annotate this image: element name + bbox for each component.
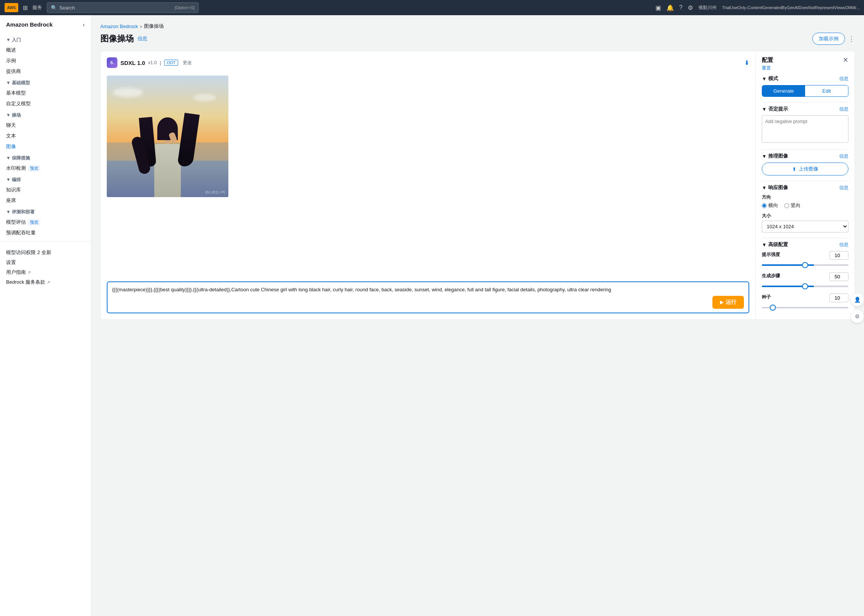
settings-icon[interactable]: ⚙ [688, 4, 693, 11]
generation-steps-label: 生成步骤 [762, 273, 780, 279]
sidebar-item-chat[interactable]: 聊天 [0, 120, 91, 131]
run-button[interactable]: ▶ 运行 [712, 296, 744, 309]
prompt-area: {{{(masterpiece)}}},{{{(best quality)}}}… [107, 281, 749, 313]
sidebar-title: Amazon Bedrock ‹ [0, 21, 91, 34]
size-select[interactable]: 1024 x 1024 [762, 221, 848, 232]
edit-mode-button[interactable]: Edit [805, 85, 848, 96]
vertical-radio-label[interactable]: 竖向 [784, 202, 801, 209]
negative-prompt-input[interactable] [762, 115, 848, 143]
sidebar-item-examples[interactable]: 示例 [0, 55, 91, 66]
sidebar-item-agents[interactable]: 座席 [0, 195, 91, 206]
sidebar-section-gettingstarted: ▼ 入门 [0, 34, 91, 45]
sidebar-item-model-eval[interactable]: 模型评估 预览 [0, 217, 91, 227]
sidebar-item-image[interactable]: 图像 [0, 141, 91, 152]
download-icon[interactable]: ⬇ [744, 59, 749, 66]
sidebar-item-knowledge[interactable]: 知识库 [0, 185, 91, 195]
floating-buttons: 👤 ⚙ [850, 293, 864, 323]
sidebar-section-orchestration: ▼ 编排 [0, 174, 91, 185]
account-info: TrialUseOnly-ContentGeneratedByGenAIDoes… [722, 5, 859, 10]
sidebar-item-overview[interactable]: 概述 [0, 45, 91, 55]
horizontal-radio[interactable] [762, 203, 767, 208]
divider1 [762, 102, 848, 103]
search-bar[interactable]: 🔍 Search [Option+S] [47, 2, 199, 13]
sidebar-item-providers[interactable]: 提供商 [0, 66, 91, 77]
float-user-button[interactable]: 👤 [850, 293, 864, 306]
page-info-link[interactable]: 信息 [138, 35, 147, 42]
vertical-radio[interactable] [784, 203, 789, 208]
sidebar-section-guardrails: ▼ 保障措施 [0, 152, 91, 163]
model-version: v1.0 [148, 60, 157, 65]
sidebar-settings[interactable]: 设置 [6, 257, 85, 267]
advanced-info-link[interactable]: 信息 [839, 242, 848, 248]
divider2 [762, 149, 848, 150]
breadcrumb-current: 图像操场 [144, 23, 164, 30]
mode-chevron: ▼ [762, 76, 767, 82]
grid-icon[interactable]: ⊞ [23, 4, 28, 11]
config-section-mode: ▼ 模式 信息 Generate Edit [762, 75, 848, 97]
sidebar-item-text[interactable]: 文本 [0, 131, 91, 141]
sidebar-item-custommodel[interactable]: 自定义模型 [0, 98, 91, 109]
page-actions: 加载示例 ⋮ [812, 33, 855, 45]
seed-row: 种子 [762, 294, 848, 310]
generation-steps-value[interactable] [829, 272, 848, 281]
float-settings-button[interactable]: ⚙ [850, 310, 864, 323]
prompt-strength-slider[interactable] [762, 264, 848, 266]
external-link-icon: ↗ [27, 270, 31, 275]
mode-info-link[interactable]: 信息 [839, 76, 848, 82]
reference-section-header[interactable]: ▼ 推理图像 信息 [762, 153, 848, 160]
model-header: S. SDXL 1.0 v1.0 | ODT 更改 ⬇ [107, 57, 749, 68]
model-sep: | [160, 60, 161, 66]
prompt-strength-row: 提示强度 [762, 251, 848, 267]
generation-steps-slider[interactable] [762, 286, 848, 287]
prompt-strength-value[interactable] [829, 251, 848, 260]
nav-icons: ▣ 🔔 ? ⚙ 俄勤川州 TrialUseOnly-ContentGenerat… [655, 4, 859, 11]
horizontal-radio-label[interactable]: 横向 [762, 202, 778, 209]
image-area: 初心勿忘 #号 [107, 73, 749, 277]
more-options-button[interactable]: ⋮ [848, 35, 855, 43]
config-reset-link[interactable]: 重置 [762, 65, 771, 71]
left-panel: S. SDXL 1.0 v1.0 | ODT 更改 ⬇ [101, 51, 756, 319]
prompt-input[interactable]: {{{(masterpiece)}}},{{{(best quality)}}}… [112, 286, 709, 309]
figure-dress [154, 144, 181, 197]
advanced-section-header[interactable]: ▼ 高级配置 信息 [762, 241, 848, 248]
negative-info-link[interactable]: 信息 [839, 106, 848, 112]
help-icon[interactable]: ? [679, 4, 683, 11]
divider3 [762, 181, 848, 181]
sidebar-item-watermark[interactable]: 水印检测 预览 [0, 163, 91, 174]
sidebar-item-provisioned[interactable]: 预调配吞吐量 [0, 227, 91, 238]
seed-label-row: 种子 [762, 294, 848, 302]
config-section-negative: ▼ 否定提示 信息 [762, 106, 848, 144]
seed-slider[interactable] [762, 307, 848, 308]
sidebar-terms[interactable]: Bedrock 服务条款 ↗ [6, 277, 85, 287]
config-panel: 配置 ✕ 重置 ▼ 模式 信息 Generat [756, 51, 855, 319]
image-icon[interactable]: ▣ [655, 4, 661, 11]
sidebar-model-access[interactable]: 模型访问权限 2 全新 [6, 248, 85, 257]
response-section-header[interactable]: ▼ 响应图像 信息 [762, 184, 848, 191]
region-selector[interactable]: 俄勤川州 [698, 5, 717, 11]
sidebar-user-guide[interactable]: 用户指南 ↗ [6, 267, 85, 277]
figure-body [149, 121, 187, 197]
search-placeholder: Search [59, 5, 75, 11]
breadcrumb-sep: › [140, 24, 142, 29]
reference-chevron: ▼ [762, 153, 767, 159]
play-icon: ▶ [720, 300, 723, 305]
breadcrumb: Amazon Bedrock › 图像操场 [100, 23, 855, 30]
upload-image-button[interactable]: ⬆ 上传图像 [762, 163, 848, 175]
config-close-button[interactable]: ✕ [843, 56, 848, 64]
generate-mode-button[interactable]: Generate [762, 85, 805, 96]
load-example-button[interactable]: 加载示例 [812, 33, 845, 45]
change-link[interactable]: 更改 [183, 60, 192, 66]
reference-info-link[interactable]: 信息 [839, 153, 848, 160]
breadcrumb-home[interactable]: Amazon Bedrock [100, 24, 138, 29]
notification-icon[interactable]: 🔔 [666, 4, 674, 11]
seed-value[interactable] [829, 294, 848, 302]
sidebar-item-basemodel[interactable]: 基本模型 [0, 88, 91, 98]
search-shortcut: [Option+S] [175, 5, 195, 10]
mode-section-header[interactable]: ▼ 模式 信息 [762, 75, 848, 82]
seed-label: 种子 [762, 294, 771, 300]
negative-section-header[interactable]: ▼ 否定提示 信息 [762, 106, 848, 112]
model-tag: ODT [164, 60, 178, 66]
sidebar-collapse-icon[interactable]: ‹ [83, 21, 85, 28]
cloud1 [113, 88, 143, 97]
response-info-link[interactable]: 信息 [839, 185, 848, 191]
